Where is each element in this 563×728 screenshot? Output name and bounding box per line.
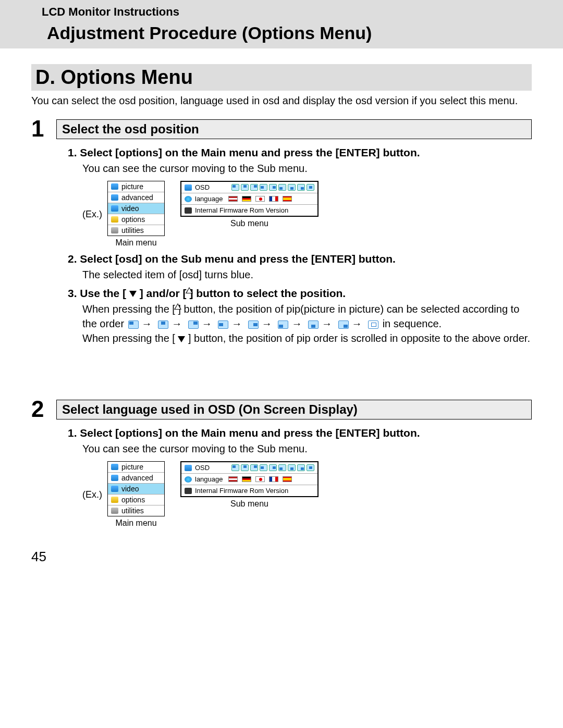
- sub-menu-caption: Sub menu: [230, 219, 268, 228]
- firmware-icon: [185, 207, 192, 214]
- arrow-icon: →: [291, 318, 302, 329]
- arrow-icon: →: [352, 318, 362, 329]
- sub-menu-label: OSD: [195, 183, 210, 191]
- triangle-down-icon: [178, 336, 185, 342]
- language-flags: [228, 196, 292, 202]
- substep-text: Select [options] on the Main menu and pr…: [80, 427, 420, 439]
- substep-1-2-desc: The selected item of [osd] turns blue.: [82, 267, 532, 282]
- language-flags: [228, 476, 292, 482]
- flag-de-icon: [242, 196, 251, 202]
- flag-us-icon: [228, 196, 238, 202]
- menu-item-label: options: [121, 496, 145, 504]
- globe-icon: [185, 476, 192, 483]
- substep-1-3-desc-a: When pressing the [ ] button, the positi…: [82, 302, 532, 331]
- step-title-1: Select the osd position: [56, 119, 532, 139]
- globe-icon: [185, 196, 192, 202]
- sub-menu-label: language: [195, 475, 223, 483]
- sub-menu-diagram: OSD language: [180, 461, 319, 497]
- position-icon: [218, 320, 228, 329]
- substep-number: 2.: [68, 253, 77, 265]
- step-number-2: 2: [31, 398, 56, 421]
- firmware-icon: [185, 488, 192, 494]
- menu-item-label: options: [121, 215, 145, 224]
- section-heading: D. Options Menu: [31, 64, 532, 91]
- triangle-down-icon: [129, 291, 137, 297]
- doc-title: LCD Monitor Instructions: [42, 5, 553, 19]
- substep-1-3-desc-b: When pressing the [ ] button, the positi…: [82, 331, 532, 346]
- flag-fr-icon: [269, 196, 278, 202]
- menu-item-label: advanced: [121, 474, 153, 482]
- section-intro: You can select the osd position, languag…: [31, 95, 532, 107]
- substep-1-1-desc: You can see the cursor moving to the Sub…: [82, 161, 532, 176]
- step-title-2: Select language used in OSD (On Screen D…: [56, 400, 532, 419]
- video-icon: [111, 486, 118, 492]
- menu-item-label: advanced: [121, 193, 153, 202]
- advanced-icon: [111, 475, 118, 481]
- osd-icon: [185, 184, 192, 191]
- video-icon: [111, 205, 118, 212]
- arrow-icon: →: [202, 318, 212, 329]
- desc-text: When pressing the [: [82, 303, 178, 315]
- position-icon: [128, 320, 139, 329]
- substep-1-1-title: 1. Select [options] on the Main menu and…: [68, 146, 532, 159]
- position-icon: [308, 320, 319, 329]
- substep-number: 1.: [68, 146, 77, 158]
- menu-item-label: video: [121, 204, 139, 213]
- sub-menu-label: Internal Firmware Rom Version: [195, 487, 288, 495]
- example-label: (Ex.): [82, 489, 102, 500]
- main-menu-caption: Main menu: [115, 238, 156, 248]
- picture-icon: [111, 183, 118, 190]
- sub-menu-label: OSD: [195, 464, 210, 472]
- main-menu-diagram: picture advanced video options utilities: [107, 461, 165, 516]
- picture-icon: [111, 464, 118, 470]
- substep-number: 1.: [68, 427, 77, 439]
- arrow-icon: →: [322, 318, 332, 329]
- options-icon: [111, 216, 118, 223]
- advanced-icon: [111, 194, 118, 201]
- main-menu-diagram: picture advanced video options utilities: [107, 181, 165, 236]
- arrow-icon: →: [231, 318, 242, 329]
- position-icon: [158, 320, 168, 329]
- position-icons-row: [231, 184, 314, 191]
- menu-item-label: picture: [121, 182, 143, 191]
- sub-menu-diagram: OSD language: [180, 181, 319, 217]
- sub-menu-label: Internal Firmware Rom Version: [195, 206, 288, 214]
- substep-text: Select [options] on the Main menu and pr…: [80, 146, 420, 158]
- flag-jp-icon: [255, 476, 265, 482]
- menu-item-label: video: [121, 485, 139, 493]
- osd-icon: [185, 465, 192, 471]
- flag-es-icon: [283, 196, 292, 202]
- flag-jp-icon: [255, 196, 265, 202]
- substep-text: Use the [: [80, 287, 129, 299]
- position-icon: [368, 320, 378, 329]
- options-icon: [111, 497, 118, 503]
- position-icon: [338, 320, 349, 329]
- substep-text: ] and/or [: [137, 287, 190, 299]
- position-icon: [278, 320, 288, 329]
- position-icon: [248, 320, 259, 329]
- menu-item-label: picture: [121, 463, 143, 471]
- sub-menu-label: language: [195, 195, 223, 203]
- flag-fr-icon: [269, 476, 278, 482]
- substep-1-3-title: 3. Use the [ ] and/or [ ] button to sele…: [68, 287, 532, 300]
- arrow-icon: →: [172, 318, 182, 329]
- position-icons-row: [231, 464, 314, 471]
- menu-item-label: utilities: [121, 226, 144, 235]
- substep-2-1-title: 1. Select [options] on the Main menu and…: [68, 427, 532, 439]
- desc-text: ] button, the position of pip order is s…: [185, 332, 530, 344]
- substep-2-1-desc: You can see the cursor moving to the Sub…: [82, 441, 532, 456]
- position-icon: [188, 320, 199, 329]
- desc-text: When pressing the [: [82, 332, 178, 344]
- utilities-icon: [111, 508, 118, 514]
- arrow-icon: →: [142, 318, 152, 329]
- arrow-icon: →: [262, 318, 272, 329]
- substep-text: ] button to select the position.: [189, 287, 346, 299]
- desc-text: in sequence.: [383, 318, 442, 329]
- flag-es-icon: [283, 476, 292, 482]
- header-bar: LCD Monitor Instructions Adjustment Proc…: [0, 0, 563, 48]
- main-menu-caption: Main menu: [115, 519, 156, 528]
- substep-1-2-title: 2. Select [osd] on the Sub menu and pres…: [68, 253, 532, 265]
- page-number: 45: [31, 549, 532, 565]
- menu-item-label: utilities: [121, 507, 144, 515]
- step-number-1: 1: [31, 117, 56, 140]
